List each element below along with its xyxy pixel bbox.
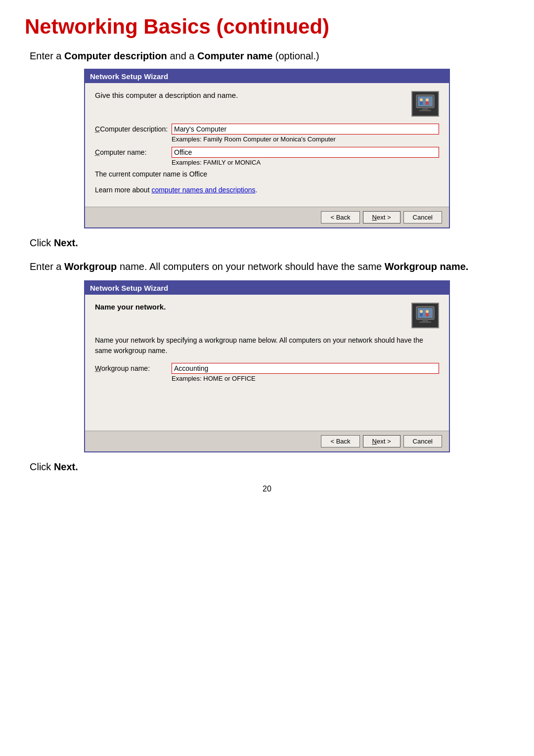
computer-description-label: CComputer description: bbox=[95, 124, 172, 133]
computer-name-row: Computer name: Examples: FAMILY or MONIC… bbox=[95, 147, 439, 166]
svg-point-6 bbox=[426, 98, 429, 101]
wizard2-footer: < Back Next > Cancel bbox=[85, 431, 449, 451]
workgroup-name-label: Workgroup name: bbox=[95, 363, 172, 372]
click-next2-text: Click Next. bbox=[30, 461, 509, 473]
wizard2-titlebar: Network Setup Wizard bbox=[85, 281, 449, 295]
svg-point-12 bbox=[420, 310, 423, 313]
svg-rect-7 bbox=[426, 101, 429, 105]
svg-rect-10 bbox=[422, 319, 428, 321]
svg-rect-9 bbox=[418, 308, 433, 318]
wizard1-body: Give this computer a description and nam… bbox=[85, 83, 449, 207]
wizard1-back-button[interactable]: < Back bbox=[321, 211, 359, 223]
page-title: Networking Basics (continued) bbox=[25, 15, 509, 39]
svg-point-14 bbox=[426, 310, 429, 313]
svg-rect-13 bbox=[420, 313, 423, 316]
learn-more-link[interactable]: computer names and descriptions bbox=[151, 186, 255, 194]
wizard2-header-text: Name your network. bbox=[95, 303, 166, 311]
wizard2-header-row: Name your network. bbox=[95, 303, 439, 328]
wizard2-body: Name your network. Name your network by … bbox=[85, 295, 449, 431]
workgroup-name-field-group: Examples: HOME or OFFICE bbox=[172, 363, 439, 382]
wizard1-cancel-button[interactable]: Cancel bbox=[403, 211, 442, 223]
wizard2-box: Network Setup Wizard Name your network. … bbox=[84, 280, 450, 452]
wizard2-desc: Name your network by specifying a workgr… bbox=[95, 335, 439, 356]
computer-description-row: CComputer description: Examples: Family … bbox=[95, 124, 439, 143]
wizard1-box: Network Setup Wizard Give this computer … bbox=[84, 69, 450, 228]
svg-rect-3 bbox=[419, 110, 431, 111]
wizard2-cancel-button[interactable]: Cancel bbox=[403, 435, 442, 447]
svg-rect-5 bbox=[420, 101, 423, 105]
svg-rect-2 bbox=[422, 108, 428, 110]
svg-point-4 bbox=[420, 98, 423, 101]
workgroup-name-hint: Examples: HOME or OFFICE bbox=[172, 375, 439, 382]
svg-rect-11 bbox=[419, 321, 431, 323]
wizard2-icon bbox=[411, 303, 439, 328]
wizard1-titlebar: Network Setup Wizard bbox=[85, 70, 449, 83]
wizard1-icon bbox=[411, 91, 439, 117]
computer-name-label: Computer name: bbox=[95, 147, 172, 156]
computer-name-hint: Examples: FAMILY or MONICA bbox=[172, 159, 439, 166]
section2-intro: Enter a Workgroup name. All computers on… bbox=[30, 260, 509, 273]
wizard2-spacer bbox=[95, 386, 439, 426]
click-next1-text: Click Next. bbox=[30, 237, 509, 249]
wizard2-back-button[interactable]: < Back bbox=[321, 435, 359, 447]
svg-rect-1 bbox=[418, 96, 433, 106]
computer-description-field-group: Examples: Family Room Computer or Monica… bbox=[172, 124, 439, 143]
computer-description-input[interactable] bbox=[172, 124, 439, 134]
current-name-text: The current computer name is Office bbox=[95, 170, 439, 178]
page-number: 20 bbox=[25, 485, 509, 493]
svg-rect-15 bbox=[426, 313, 429, 316]
learn-more: Learn more about computer names and desc… bbox=[95, 186, 439, 194]
workgroup-name-input[interactable] bbox=[172, 363, 439, 374]
wizard1-next-button[interactable]: Next > bbox=[363, 211, 400, 223]
wizard1-header-text: Give this computer a description and nam… bbox=[95, 91, 238, 99]
workgroup-name-row: Workgroup name: Examples: HOME or OFFICE bbox=[95, 363, 439, 382]
wizard1-header-row: Give this computer a description and nam… bbox=[95, 91, 439, 117]
wizard2-next-button[interactable]: Next > bbox=[363, 435, 400, 447]
computer-name-input[interactable] bbox=[172, 147, 439, 158]
wizard1-footer: < Back Next > Cancel bbox=[85, 207, 449, 227]
section1-intro: Enter a Computer description and a Compu… bbox=[30, 50, 509, 62]
computer-description-hint: Examples: Family Room Computer or Monica… bbox=[172, 135, 439, 143]
computer-name-field-group: Examples: FAMILY or MONICA bbox=[172, 147, 439, 166]
